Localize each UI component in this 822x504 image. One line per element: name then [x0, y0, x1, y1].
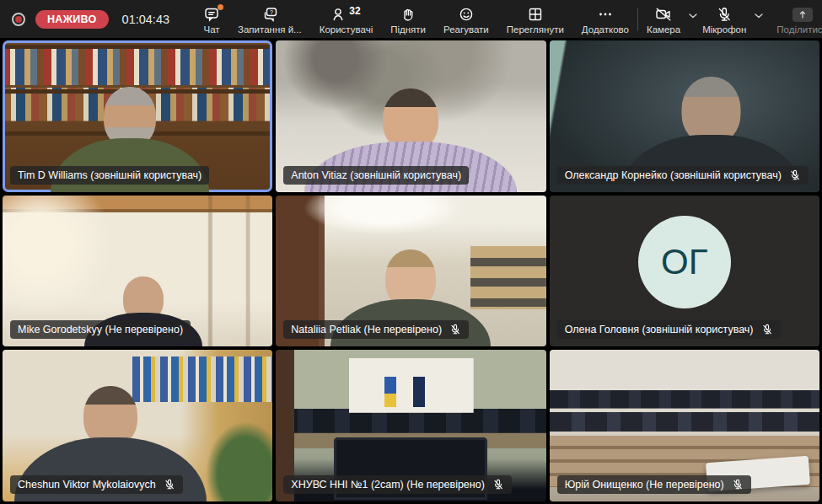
camera-options-chevron[interactable] [687, 3, 699, 21]
participant-name: Nataliia Petliak (Не перевірено) [291, 324, 442, 335]
participants-count: 32 [349, 5, 360, 17]
participant-name: Anton Vitiaz (зовнішній користувач) [291, 169, 461, 181]
participant-name-tag: Олександр Корнейко (зовнішній користувач… [557, 166, 809, 185]
participant-name-tag: Юрій Онищенко (Не перевірено) [557, 475, 751, 494]
participant-name-tag: Tim D Williams (зовнішній користувач) [10, 166, 209, 185]
mic-muted-icon [732, 479, 744, 491]
mic-muted-icon [492, 479, 504, 491]
qa-icon: ? [261, 6, 278, 23]
participant-name: Mike Gorodetskyy (Не перевірено) [18, 324, 183, 335]
participant-name: Олена Головня (зовнішній користувач) [565, 324, 754, 335]
participant-grid: Tim D Williams (зовнішній користувач) An… [0, 38, 822, 504]
chat-icon [203, 6, 220, 23]
participant-name: Cheshun Viktor Mykolaiovych [18, 479, 156, 491]
more-icon [597, 6, 614, 23]
video-tile-mike-gorodetskyy[interactable]: Mike Gorodetskyy (Не перевірено) [3, 196, 272, 347]
participant-name-tag: Cheshun Viktor Mykolaiovych [10, 475, 183, 494]
video-tile-olena-holovnia[interactable]: ОГ Олена Головня (зовнішній користувач) [550, 196, 819, 347]
mic-muted-icon [761, 324, 773, 335]
chat-button[interactable]: Чат [203, 3, 220, 35]
chat-label: Чат [203, 24, 219, 35]
smiley-icon [458, 6, 475, 23]
participant-name: Олександр Корнейко (зовнішній користувач… [565, 169, 782, 181]
live-badge: НАЖИВО [35, 10, 109, 29]
view-button[interactable]: Переглянути [507, 3, 564, 35]
meeting-timer: 01:04:43 [122, 13, 169, 26]
video-tile-cheshun-viktor[interactable]: Cheshun Viktor Mykolaiovych [3, 350, 272, 501]
share-button: Поділитися [776, 3, 822, 35]
camera-button[interactable]: Камера [647, 3, 680, 35]
mic-button[interactable]: Мікрофон [702, 3, 746, 35]
participant-name: Tim D Williams (зовнішній користувач) [18, 169, 201, 181]
meeting-toolbar: НАЖИВО 01:04:43 Чат ? Запитання й... [0, 0, 822, 38]
participant-name-tag: Nataliia Petliak (Не перевірено) [283, 320, 469, 339]
participant-name-tag: ХНУВС ННІ №1 (2cam) (Не перевірено) [283, 475, 512, 494]
share-label: Поділитися [776, 24, 822, 35]
toolbar-divider [637, 8, 638, 30]
mic-muted-icon [164, 479, 175, 491]
camera-off-icon [654, 6, 673, 23]
participant-name-tag: Олена Головня (зовнішній користувач) [557, 320, 781, 339]
raise-hand-icon [400, 6, 416, 23]
view-label: Переглянути [507, 24, 564, 35]
participant-name: ХНУВС ННІ №1 (2cam) (Не перевірено) [291, 479, 485, 491]
chat-notification-dot [218, 4, 223, 10]
raise-hand-label: Підняти [390, 24, 426, 35]
video-tile-oleksandr-korneiko[interactable]: Олександр Корнейко (зовнішній користувач… [550, 40, 819, 192]
grid-view-icon [527, 6, 544, 23]
more-label: Додатково [582, 24, 629, 35]
qa-button[interactable]: ? Запитання й... [238, 3, 302, 35]
video-tile-anton-vitiaz[interactable]: Anton Vitiaz (зовнішній користувач) [276, 40, 545, 192]
toolbar-center-group: Чат ? Запитання й... 32 Користувачі [203, 3, 629, 35]
mic-muted-icon [449, 324, 461, 335]
mic-options-chevron[interactable] [753, 3, 765, 21]
participants-button[interactable]: 32 Користувачі [320, 3, 373, 35]
recording-icon [12, 13, 25, 26]
people-icon: 32 [331, 6, 360, 23]
video-tile-nataliia-petliak[interactable]: Nataliia Petliak (Не перевірено) [276, 196, 545, 347]
qa-label: Запитання й... [238, 24, 302, 35]
avatar: ОГ [638, 216, 731, 308]
mic-label: Мікрофон [702, 24, 746, 35]
react-label: Реагувати [443, 24, 489, 35]
react-button[interactable]: Реагувати [443, 3, 489, 35]
participant-name-tag: Mike Gorodetskyy (Не перевірено) [10, 320, 191, 339]
video-tile-tim-d-williams[interactable]: Tim D Williams (зовнішній користувач) [3, 40, 272, 192]
participant-name: Юрій Онищенко (Не перевірено) [565, 479, 724, 491]
camera-label: Камера [647, 24, 680, 35]
video-tile-yurii-onyshchenko[interactable]: Юрій Онищенко (Не перевірено) [550, 350, 819, 501]
mic-off-icon [716, 6, 733, 23]
video-tile-khnuvs-nni1[interactable]: ХНУВС ННІ №1 (2cam) (Не перевірено) [276, 350, 545, 501]
participant-name-tag: Anton Vitiaz (зовнішній користувач) [283, 166, 469, 185]
more-button[interactable]: Додатково [582, 3, 629, 35]
raise-hand-button[interactable]: Підняти [390, 3, 426, 35]
svg-text:?: ? [270, 9, 273, 15]
share-icon [792, 6, 813, 23]
toolbar-right-group: Камера Мікрофон [629, 3, 822, 35]
mic-muted-icon [789, 169, 801, 181]
participants-label: Користувачі [320, 24, 373, 35]
